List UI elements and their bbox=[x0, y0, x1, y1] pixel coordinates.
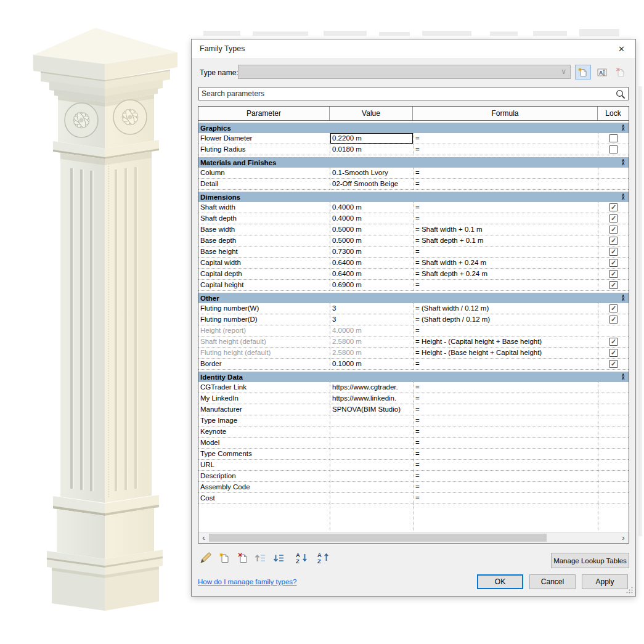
param-formula-cell[interactable]: = bbox=[413, 168, 598, 179]
param-name-cell[interactable]: Cost bbox=[198, 493, 330, 504]
param-name-cell[interactable]: URL bbox=[198, 460, 330, 471]
sort-ascending-icon[interactable]: A Z bbox=[295, 551, 309, 565]
param-value-cell[interactable]: 0.6900 m bbox=[330, 280, 413, 291]
param-name-cell[interactable]: Capital width bbox=[198, 258, 330, 269]
param-formula-cell[interactable]: = Shaft width + 0.1 m bbox=[413, 224, 598, 235]
type-name-combobox[interactable]: ∨ bbox=[238, 65, 571, 79]
scroll-right-icon[interactable]: › bbox=[618, 532, 629, 543]
param-name-cell[interactable]: Base width bbox=[198, 224, 330, 235]
param-name-cell[interactable]: Assembly Code bbox=[198, 482, 330, 493]
param-name-cell[interactable]: Shaft height (default) bbox=[198, 336, 330, 348]
lock-checkbox[interactable] bbox=[609, 134, 618, 142]
param-formula-cell[interactable]: = bbox=[413, 426, 598, 438]
collapse-section-icon[interactable]: ∧∧ bbox=[621, 125, 625, 131]
section-header-identity-data[interactable]: Identity Data∧∧ bbox=[198, 372, 629, 382]
cancel-button[interactable]: Cancel bbox=[529, 574, 576, 589]
param-name-cell[interactable]: Capital height bbox=[198, 280, 330, 291]
rename-type-button[interactable]: A bbox=[594, 65, 610, 79]
collapse-section-icon[interactable]: ∧∧ bbox=[621, 295, 625, 301]
param-value-cell[interactable] bbox=[330, 471, 413, 482]
param-name-cell[interactable]: Fluting number(D) bbox=[198, 314, 330, 325]
collapse-section-icon[interactable]: ∧∧ bbox=[621, 194, 625, 200]
param-name-cell[interactable]: Detail bbox=[198, 179, 330, 190]
param-name-cell[interactable]: Type Comments bbox=[198, 449, 330, 460]
param-name-cell[interactable]: Capital depth bbox=[198, 269, 330, 280]
sort-descending-icon[interactable]: A Z bbox=[317, 551, 330, 565]
param-formula-cell[interactable]: = bbox=[413, 460, 598, 471]
header-lock[interactable]: Lock bbox=[598, 107, 629, 120]
param-formula-cell[interactable]: = bbox=[413, 415, 598, 426]
param-formula-cell[interactable]: = bbox=[413, 133, 598, 144]
section-header-graphics[interactable]: Graphics∧∧ bbox=[198, 123, 629, 133]
param-name-cell[interactable]: Keynote bbox=[198, 426, 330, 438]
lock-checkbox[interactable]: ✓ bbox=[609, 226, 618, 234]
param-name-cell[interactable]: My LinkedIn bbox=[198, 393, 330, 404]
lock-checkbox[interactable]: ✓ bbox=[609, 304, 618, 312]
param-formula-cell[interactable]: = bbox=[413, 280, 598, 291]
ok-button[interactable]: OK bbox=[477, 574, 523, 589]
param-name-cell[interactable]: Base depth bbox=[198, 235, 330, 247]
param-value-cell[interactable]: 0.6400 m bbox=[330, 269, 413, 280]
header-parameter[interactable]: Parameter bbox=[198, 107, 330, 120]
param-name-cell[interactable]: Border bbox=[198, 359, 330, 370]
param-formula-cell[interactable]: = bbox=[413, 449, 598, 460]
param-formula-cell[interactable]: = bbox=[413, 471, 598, 482]
close-icon[interactable]: ✕ bbox=[608, 39, 635, 58]
lock-checkbox[interactable]: ✓ bbox=[609, 316, 618, 324]
param-formula-cell[interactable]: = Shaft depth + 0.24 m bbox=[413, 269, 598, 280]
header-value[interactable]: Value bbox=[330, 107, 413, 120]
move-down-icon[interactable] bbox=[272, 551, 285, 565]
section-header-dimensions[interactable]: Dimensions∧∧ bbox=[198, 192, 629, 202]
param-value-cell[interactable]: https://www.cgtrader. bbox=[330, 382, 413, 393]
param-formula-cell[interactable]: = bbox=[413, 202, 598, 213]
new-parameter-icon[interactable]: ✷ bbox=[218, 551, 231, 565]
lock-checkbox[interactable]: ✓ bbox=[609, 259, 618, 267]
param-value-cell[interactable] bbox=[330, 460, 413, 471]
section-header-materials-and-finishes[interactable]: Materials and Finishes∧∧ bbox=[198, 157, 629, 168]
collapse-section-icon[interactable]: ∧∧ bbox=[621, 160, 625, 165]
param-formula-cell[interactable]: = bbox=[413, 404, 598, 415]
param-formula-cell[interactable]: = bbox=[413, 359, 598, 370]
param-name-cell[interactable]: Fluting height (default) bbox=[198, 348, 330, 359]
lock-checkbox[interactable]: ✓ bbox=[609, 214, 618, 222]
param-value-cell[interactable]: 0.1-Smooth Lvory bbox=[330, 168, 413, 179]
param-formula-cell[interactable]: = bbox=[413, 213, 598, 224]
param-name-cell[interactable]: Manufacturer bbox=[198, 404, 330, 415]
param-value-cell[interactable]: SPNOVA(BIM Studio) bbox=[330, 404, 413, 415]
param-formula-cell[interactable]: = (Shaft width / 0.12 m) bbox=[413, 303, 598, 314]
param-name-cell[interactable]: CGTrader Link bbox=[198, 382, 330, 393]
param-value-cell[interactable]: 0.2200 m bbox=[330, 133, 413, 144]
param-value-cell[interactable] bbox=[330, 415, 413, 426]
header-formula[interactable]: Formula bbox=[413, 107, 598, 120]
param-formula-cell[interactable]: = Shaft width + 0.24 m bbox=[413, 258, 598, 269]
delete-parameter-icon[interactable]: ✕ bbox=[236, 551, 250, 565]
lock-checkbox[interactable]: ✓ bbox=[609, 237, 618, 245]
param-formula-cell[interactable]: = bbox=[413, 247, 598, 258]
param-name-cell[interactable]: Type Image bbox=[198, 415, 330, 426]
param-name-cell[interactable]: Base height bbox=[198, 247, 330, 258]
param-value-cell[interactable] bbox=[330, 449, 413, 460]
param-name-cell[interactable]: Flower Diameter bbox=[198, 133, 330, 144]
param-value-cell[interactable]: 0.7300 m bbox=[330, 247, 413, 258]
param-value-cell[interactable]: 0.1000 m bbox=[330, 359, 413, 370]
lock-checkbox[interactable]: ✓ bbox=[609, 270, 618, 278]
param-value-cell[interactable]: 0.5000 m bbox=[330, 235, 413, 247]
dialog-titlebar[interactable]: Family Types ✕ bbox=[192, 39, 635, 58]
param-value-cell[interactable] bbox=[330, 426, 413, 438]
param-formula-cell[interactable]: = bbox=[413, 393, 598, 404]
search-input[interactable]: Search parameters bbox=[198, 87, 629, 100]
param-name-cell[interactable]: Fluting number(W) bbox=[198, 303, 330, 314]
lock-checkbox[interactable]: ✓ bbox=[609, 248, 618, 256]
param-value-cell[interactable]: 02-Off Smooth Beige bbox=[330, 179, 413, 190]
param-name-cell[interactable]: Fluting Radius bbox=[198, 144, 330, 155]
param-formula-cell[interactable]: = bbox=[413, 482, 598, 493]
scroll-left-icon[interactable]: ‹ bbox=[198, 532, 209, 543]
param-formula-cell[interactable]: = bbox=[413, 438, 598, 449]
collapse-section-icon[interactable]: ∧∧ bbox=[621, 374, 625, 380]
param-value-cell[interactable]: 0.4000 m bbox=[330, 202, 413, 213]
param-value-cell[interactable]: 3 bbox=[330, 314, 413, 325]
param-value-cell[interactable] bbox=[330, 493, 413, 504]
help-link[interactable]: How do I manage family types? bbox=[198, 578, 296, 585]
edit-parameter-icon[interactable] bbox=[199, 551, 213, 565]
new-type-button[interactable]: ✷ bbox=[575, 65, 591, 79]
